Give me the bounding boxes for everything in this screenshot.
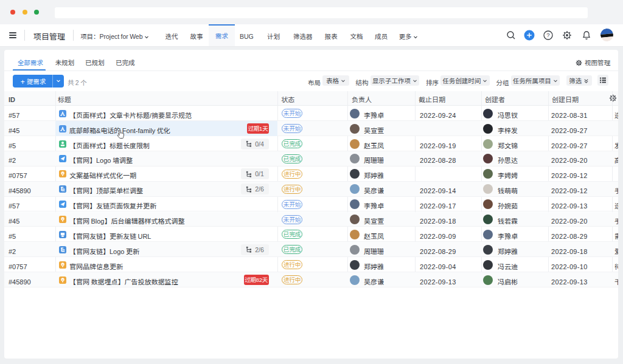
svg-text:?: ? (546, 32, 549, 38)
